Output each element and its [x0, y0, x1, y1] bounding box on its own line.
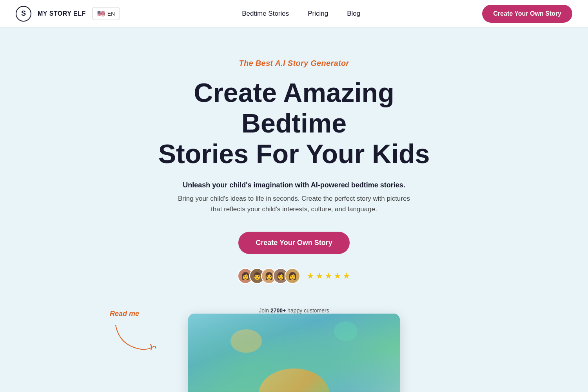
social-proof: 👩 👨 👩 👩 👩 ★ ★ ★ ★ ★ [238, 268, 350, 284]
navbar: S MY STORY ELF 🇺🇸 EN Bedtime Stories Pri… [0, 0, 588, 27]
hero-section: The Best A.I Story Generator Create Amaz… [0, 27, 588, 392]
nav-link-blog[interactable]: Blog [347, 10, 360, 18]
hero-cta-button[interactable]: Create Your Own Story [238, 232, 349, 254]
star-5: ★ [343, 271, 350, 281]
hero-title-line2: Stories For Your Kids [158, 139, 430, 169]
lang-label: EN [107, 11, 115, 17]
hero-title: Create Amazing Bedtime Stories For Your … [157, 77, 431, 169]
logo-text: MY STORY ELF [38, 10, 86, 17]
hero-subtitle: The Best A.I Story Generator [239, 59, 349, 68]
star-rating: ★ ★ ★ ★ ★ [307, 271, 350, 281]
join-suffix: happy customers [286, 307, 329, 314]
nav-left: S MY STORY ELF 🇺🇸 EN [16, 6, 120, 22]
social-proof-text: Join 2700+ happy customers [259, 307, 329, 314]
book-preview[interactable]: The Fish Who Ran for President [188, 314, 400, 392]
star-1: ★ [307, 271, 314, 281]
join-prefix: Join [259, 307, 270, 314]
hero-title-line1: Create Amazing Bedtime [194, 78, 394, 138]
book-title-overlay: The Fish Who Ran for President [188, 390, 400, 392]
hero-description-bold: Unleash your child's imagination with AI… [183, 181, 405, 189]
nav-cta-button[interactable]: Create Your Own Story [482, 5, 572, 23]
hero-description: Bring your child's ideas to life in seco… [172, 193, 416, 214]
star-2: ★ [316, 271, 323, 281]
read-me-label: Read me [110, 310, 139, 318]
nav-link-bedtime-stories[interactable]: Bedtime Stories [242, 10, 289, 18]
nav-link-pricing[interactable]: Pricing [308, 10, 328, 18]
logo-icon: S [16, 6, 31, 22]
read-me-arrow-icon [112, 321, 159, 353]
customer-count: 2700+ [270, 307, 286, 314]
star-4: ★ [334, 271, 341, 281]
preview-section: Read me The Fish Who Ran for President [16, 314, 572, 392]
star-3: ★ [325, 271, 332, 281]
nav-links: Bedtime Stories Pricing Blog [242, 10, 360, 18]
flag-icon: 🇺🇸 [97, 10, 105, 17]
avatar-group: 👩 👨 👩 👩 👩 [238, 268, 300, 284]
book-illustration-shape3 [334, 321, 358, 341]
language-selector[interactable]: 🇺🇸 EN [92, 7, 120, 20]
book-illustration-shape2 [230, 329, 262, 353]
avatar: 👩 [285, 268, 300, 284]
